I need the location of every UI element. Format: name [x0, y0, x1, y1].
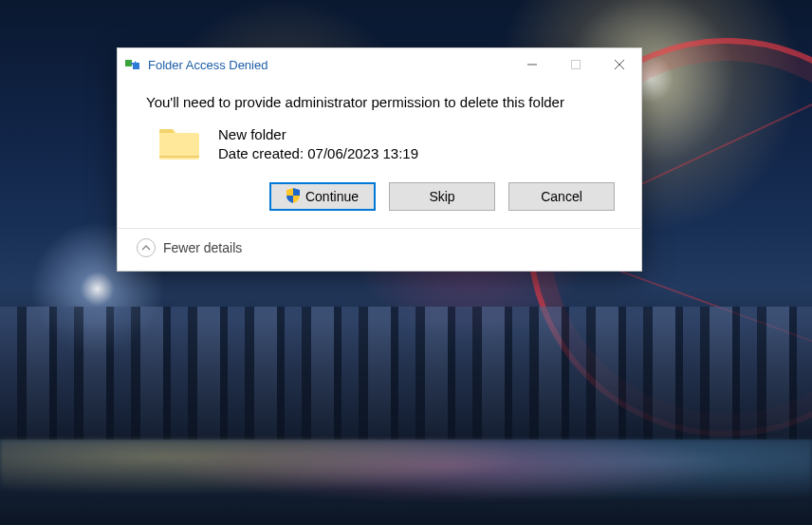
- continue-button[interactable]: Continue: [269, 182, 376, 211]
- continue-button-label: Continue: [305, 189, 359, 204]
- folder-access-dialog: Folder Access Denied You'll need to prov…: [117, 47, 642, 272]
- titlebar[interactable]: Folder Access Denied: [118, 48, 641, 81]
- window-controls: [510, 48, 641, 81]
- background-decoration: [0, 307, 812, 459]
- svg-rect-3: [572, 61, 581, 69]
- dialog-body: You'll need to provide administrator per…: [118, 81, 641, 228]
- button-row: Continue Skip Cancel: [146, 182, 618, 211]
- item-name: New folder: [218, 125, 418, 144]
- item-date-created: Date created: 07/06/2023 13:19: [218, 144, 418, 163]
- minimize-button[interactable]: [510, 48, 554, 81]
- maximize-button[interactable]: [554, 48, 598, 81]
- details-toggle-label: Fewer details: [163, 240, 242, 255]
- cancel-button-label: Cancel: [541, 189, 582, 204]
- dialog-title: Folder Access Denied: [148, 58, 510, 72]
- transfer-icon: [125, 58, 142, 71]
- item-meta: New folder Date created: 07/06/2023 13:1…: [218, 125, 418, 164]
- close-button[interactable]: [598, 48, 641, 81]
- item-row: New folder Date created: 07/06/2023 13:1…: [146, 123, 618, 165]
- details-toggle[interactable]: Fewer details: [118, 228, 641, 271]
- shield-icon: [286, 188, 300, 206]
- cancel-button[interactable]: Cancel: [508, 182, 615, 211]
- permission-message: You'll need to provide administrator per…: [146, 94, 618, 110]
- desktop-background: Folder Access Denied You'll need to prov…: [0, 0, 812, 525]
- skip-button-label: Skip: [429, 189, 454, 204]
- chevron-up-icon: [137, 238, 156, 257]
- svg-rect-0: [125, 60, 132, 66]
- folder-icon: [157, 123, 201, 165]
- skip-button[interactable]: Skip: [389, 182, 495, 211]
- background-decoration: [0, 440, 812, 525]
